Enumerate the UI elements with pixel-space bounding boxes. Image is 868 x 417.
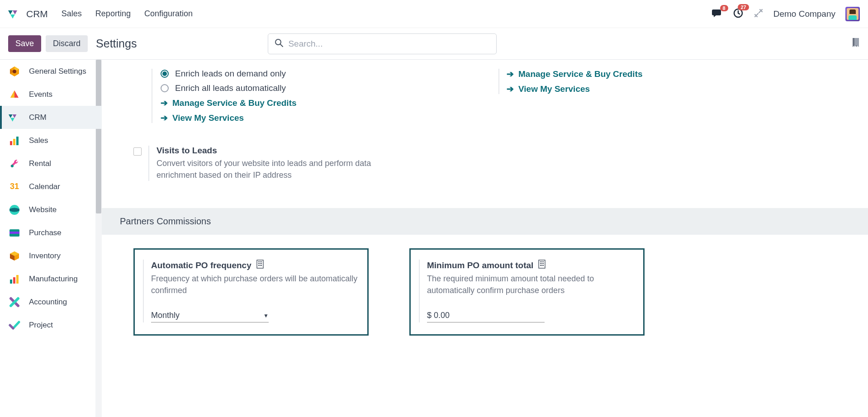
link-text: Manage Service & Buy Credits [518, 69, 643, 79]
sidebar-label: Purchase [29, 228, 62, 237]
card-auto-po-frequency: Automatic PO frequency Frequency at whic… [133, 248, 369, 336]
sidebar-label: Project [29, 321, 53, 330]
sidebar-label: CRM [29, 113, 47, 122]
svg-marker-12 [10, 118, 14, 121]
amount-value: $ 0.00 [427, 311, 450, 320]
svg-point-4 [275, 39, 281, 45]
save-button[interactable]: Save [8, 35, 41, 52]
messages-badge: 8 [720, 5, 728, 11]
search-box[interactable] [268, 33, 497, 54]
sidebar-item-crm[interactable]: CRM [0, 106, 102, 129]
events-icon [8, 88, 21, 101]
svg-rect-44 [541, 265, 542, 266]
calendar-icon: 31 [8, 180, 21, 193]
website-icon [8, 204, 21, 216]
svg-marker-1 [13, 10, 17, 14]
top-navbar: CRM Sales Reporting Configuration 8 27 D… [0, 0, 868, 28]
accounting-icon [8, 296, 21, 308]
arrow-right-icon: ➔ [507, 69, 514, 79]
enrich-option-auto[interactable]: Enrich all leads automatically [161, 83, 489, 93]
activities-button[interactable]: 27 [733, 8, 744, 20]
project-icon [8, 319, 21, 332]
svg-marker-11 [13, 114, 17, 118]
manufacturing-icon [8, 273, 21, 285]
sidebar-label: Accounting [29, 298, 67, 307]
nav-reporting[interactable]: Reporting [95, 9, 131, 19]
sidebar-item-events[interactable]: Events [0, 83, 102, 106]
sidebar-item-calendar[interactable]: 31 Calendar [0, 175, 102, 198]
settings-main: Enrich leads on demand only Enrich all l… [102, 60, 868, 417]
view-services-link[interactable]: ➔ View My Services [161, 113, 489, 123]
visits-to-leads-checkbox[interactable] [133, 147, 142, 156]
min-po-amount-input[interactable]: $ 0.00 [427, 309, 545, 322]
link-text: View My Services [172, 113, 244, 123]
svg-rect-23 [10, 280, 12, 284]
radio-label: Enrich all leads automatically [175, 83, 286, 93]
svg-rect-32 [261, 263, 262, 264]
purchase-icon [8, 227, 21, 239]
svg-marker-0 [8, 10, 13, 14]
sidebar-label: Sales [29, 136, 48, 145]
link-text: View My Services [518, 84, 590, 94]
sidebar-item-accounting[interactable]: Accounting [0, 290, 102, 313]
sidebar-item-sales[interactable]: Sales [0, 129, 102, 152]
discard-button[interactable]: Discard [46, 35, 88, 52]
app-name[interactable]: CRM [26, 9, 48, 19]
svg-rect-34 [260, 265, 261, 266]
sidebar-item-project[interactable]: Project [0, 313, 102, 336]
gear-hex-icon [8, 65, 21, 78]
sales-icon [8, 134, 21, 147]
crm-icon [8, 111, 21, 124]
svg-rect-40 [540, 263, 541, 264]
sidebar-item-general-settings[interactable]: General Settings [0, 60, 102, 83]
svg-rect-28 [260, 261, 261, 262]
svg-rect-43 [540, 265, 541, 266]
building-icon [538, 260, 546, 271]
sidebar-item-purchase[interactable]: Purchase [0, 221, 102, 244]
card-min-po-amount: Minimum PO amount total The required min… [409, 248, 645, 336]
sidebar-item-manufacturing[interactable]: Manufacturing [0, 267, 102, 290]
svg-rect-19 [9, 232, 19, 234]
building-icon [256, 260, 264, 271]
view-services-link-right[interactable]: ➔ View My Services [507, 84, 836, 94]
svg-rect-31 [260, 263, 261, 264]
svg-rect-30 [258, 263, 259, 264]
svg-rect-33 [258, 265, 259, 266]
bookmark-icon[interactable] [852, 38, 860, 50]
section-header-partners: Partners Commissions [102, 208, 868, 235]
svg-rect-37 [540, 261, 541, 262]
crm-logo-icon [8, 9, 22, 19]
svg-rect-42 [543, 263, 544, 264]
inventory-icon [8, 250, 21, 262]
card-title-text: Minimum PO amount total [427, 261, 533, 270]
select-value: Monthly [151, 311, 180, 320]
svg-point-16 [11, 165, 14, 167]
svg-rect-27 [258, 261, 259, 262]
setting-description: Convert visitors of your website into le… [157, 157, 392, 181]
tools-icon[interactable] [754, 8, 764, 20]
manage-service-link[interactable]: ➔ Manage Service & Buy Credits [161, 98, 489, 108]
nav-configuration[interactable]: Configuration [144, 9, 193, 19]
svg-line-5 [280, 44, 283, 47]
enrich-option-demand[interactable]: Enrich leads on demand only [161, 69, 489, 79]
sidebar-item-rental[interactable]: Rental [0, 152, 102, 175]
nav-sales[interactable]: Sales [62, 9, 82, 19]
svg-rect-45 [543, 265, 544, 266]
arrow-right-icon: ➔ [161, 113, 168, 123]
sidebar-item-website[interactable]: Website [0, 198, 102, 221]
user-avatar[interactable] [845, 7, 860, 21]
chevron-down-icon: ▼ [263, 313, 269, 319]
sidebar-item-inventory[interactable]: Inventory [0, 244, 102, 267]
company-selector[interactable]: Demo Company [773, 9, 835, 19]
radio-unchecked-icon[interactable] [161, 84, 169, 92]
svg-marker-2 [10, 14, 15, 19]
page-title: Settings [96, 37, 137, 50]
radio-checked-icon[interactable] [161, 70, 169, 78]
arrow-right-icon: ➔ [507, 84, 514, 94]
messages-button[interactable]: 8 [712, 9, 723, 19]
manage-service-link-right[interactable]: ➔ Manage Service & Buy Credits [507, 69, 836, 79]
radio-label: Enrich leads on demand only [175, 69, 286, 79]
po-frequency-select[interactable]: Monthly ▼ [151, 309, 269, 322]
card-title-text: Automatic PO frequency [151, 261, 251, 270]
search-input[interactable] [288, 39, 490, 49]
